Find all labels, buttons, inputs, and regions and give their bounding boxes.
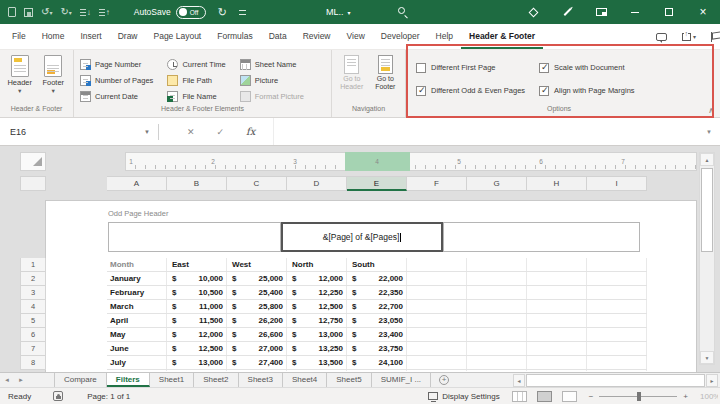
- month-cell[interactable]: May: [107, 328, 167, 342]
- horizontal-scrollbar[interactable]: ◄ ►: [513, 374, 718, 387]
- column-header[interactable]: I: [587, 176, 647, 191]
- table-row[interactable]: July $13,000 $27,400 $13,500 $24,100: [107, 356, 407, 370]
- feedback-icon[interactable]: [711, 32, 712, 42]
- footer-button[interactable]: Footer ▼: [40, 55, 68, 105]
- south-cell[interactable]: $22,700: [347, 300, 407, 314]
- ribbon-tab[interactable]: Header & Footer: [461, 24, 543, 49]
- checkbox-icon[interactable]: [416, 86, 426, 96]
- ribbon-tab[interactable]: Developer: [373, 24, 428, 49]
- horizontal-scrollbar-track[interactable]: [526, 374, 705, 387]
- ribbon-tab[interactable]: Insert: [72, 24, 109, 49]
- ribbon-tab[interactable]: Formulas: [209, 24, 260, 49]
- north-cell[interactable]: $13,000: [287, 328, 347, 342]
- checkbox-icon[interactable]: [416, 63, 426, 73]
- sync-icon[interactable]: ↻: [218, 6, 227, 19]
- autosave-toggle[interactable]: Off: [176, 6, 206, 19]
- column-header[interactable]: F: [407, 176, 467, 191]
- east-cell[interactable]: $10,000: [167, 272, 227, 286]
- row-header[interactable]: 3: [20, 286, 46, 300]
- month-cell[interactable]: June: [107, 342, 167, 356]
- close-button[interactable]: ×: [686, 0, 720, 24]
- element-button[interactable]: Sheet Name: [240, 57, 304, 71]
- row-header[interactable]: 7: [20, 342, 46, 356]
- east-cell[interactable]: $11,500: [167, 314, 227, 328]
- south-cell[interactable]: $22,000: [347, 272, 407, 286]
- collapse-ribbon-icon[interactable]: ∧: [708, 106, 714, 115]
- ribbon-tab[interactable]: Home: [34, 24, 73, 49]
- row-header[interactable]: 8: [20, 356, 46, 370]
- east-column-header[interactable]: East: [167, 258, 227, 272]
- table-row[interactable]: April $11,500 $26,200 $12,750 $23,050: [107, 314, 407, 328]
- sheet-tab[interactable]: Filters: [107, 373, 150, 387]
- chevron-down-icon[interactable]: ▾: [49, 10, 52, 16]
- document-title[interactable]: ML.. ▾: [326, 0, 351, 24]
- north-cell[interactable]: $13,500: [287, 356, 347, 370]
- more-options-icon[interactable]: [239, 10, 246, 15]
- header-section-left[interactable]: [108, 222, 281, 252]
- undo-icon[interactable]: ↺▾: [41, 7, 52, 18]
- diamond-icon[interactable]: [516, 0, 550, 24]
- row-header[interactable]: 5: [20, 314, 46, 328]
- east-cell[interactable]: $13,000: [167, 356, 227, 370]
- redo-icon[interactable]: ↻▾: [60, 7, 71, 18]
- column-header[interactable]: E: [347, 176, 407, 191]
- sheet-tab[interactable]: Sheet1: [150, 373, 194, 387]
- vertical-scrollbar-thumb[interactable]: [701, 168, 713, 252]
- south-column-header[interactable]: South: [347, 258, 407, 272]
- ribbon-tab[interactable]: View: [339, 24, 373, 49]
- sheet-tab[interactable]: Sheet4: [283, 373, 327, 387]
- header-section-center[interactable]: &[Page] of &[Pages]: [281, 222, 443, 252]
- ribbon-tab[interactable]: Draw: [110, 24, 146, 49]
- ribbon-tab[interactable]: Page Layout: [146, 24, 210, 49]
- insert-function-icon[interactable]: fx: [246, 126, 255, 137]
- maximize-button[interactable]: [652, 0, 686, 24]
- vertical-scrollbar[interactable]: ▲ ▼: [699, 152, 715, 365]
- east-cell[interactable]: $11,000: [167, 300, 227, 314]
- search-icon[interactable]: [398, 7, 405, 14]
- sort-asc-icon[interactable]: ↓: [80, 8, 91, 17]
- header-button[interactable]: Header ▼: [6, 55, 34, 105]
- month-cell[interactable]: April: [107, 314, 167, 328]
- sheet-nav-left-icon[interactable]: ◄: [0, 373, 14, 387]
- save-icon[interactable]: [24, 8, 33, 17]
- page-break-view-icon[interactable]: [562, 391, 577, 402]
- row-header[interactable]: 6: [20, 328, 46, 342]
- go-to-footer-button[interactable]: Go to Footer: [372, 55, 400, 105]
- south-cell[interactable]: $22,350: [347, 286, 407, 300]
- table-row[interactable]: June $12,500 $27,000 $13,250 $23,750: [107, 342, 407, 356]
- sheet-nav-right-icon[interactable]: ►: [14, 373, 28, 387]
- add-sheet-icon[interactable]: +: [439, 375, 449, 385]
- month-column-header[interactable]: Month: [107, 258, 167, 272]
- column-header[interactable]: H: [527, 176, 587, 191]
- month-cell[interactable]: July: [107, 356, 167, 370]
- month-cell[interactable]: February: [107, 286, 167, 300]
- ribbon-tab[interactable]: Data: [261, 24, 295, 49]
- normal-view-icon[interactable]: [512, 391, 527, 402]
- sheet-tab[interactable]: Sheet3: [239, 373, 283, 387]
- scroll-left-icon[interactable]: ◄: [513, 374, 525, 387]
- column-header[interactable]: D: [287, 176, 347, 191]
- expand-formula-bar-icon[interactable]: ▼: [698, 129, 720, 135]
- west-cell[interactable]: $26,200: [227, 314, 287, 328]
- table-row[interactable]: March $11,000 $25,800 $12,500 $22,700: [107, 300, 407, 314]
- scroll-down-icon[interactable]: ▼: [700, 351, 714, 364]
- sheet-tab[interactable]: SUMIF_I ...: [372, 373, 431, 387]
- accessibility-icon[interactable]: [53, 391, 63, 401]
- comments-icon[interactable]: [656, 33, 667, 41]
- pen-icon[interactable]: [550, 0, 584, 24]
- month-cell[interactable]: January: [107, 272, 167, 286]
- zoom-slider[interactable]: [599, 391, 677, 402]
- north-cell[interactable]: $12,500: [287, 300, 347, 314]
- zoom-level[interactable]: 100%: [700, 392, 718, 401]
- month-cell[interactable]: March: [107, 300, 167, 314]
- scroll-up-icon[interactable]: ▲: [700, 153, 714, 166]
- west-cell[interactable]: $27,000: [227, 342, 287, 356]
- west-cell[interactable]: $25,800: [227, 300, 287, 314]
- element-button[interactable]: Format Picture: [240, 89, 304, 103]
- zoom-out-icon[interactable]: −: [589, 392, 594, 401]
- enter-icon[interactable]: ✓: [217, 127, 225, 137]
- west-cell[interactable]: $25,400: [227, 286, 287, 300]
- ribbon-tab[interactable]: Review: [295, 24, 339, 49]
- element-button[interactable]: Current Time: [167, 57, 225, 71]
- east-cell[interactable]: $10,500: [167, 286, 227, 300]
